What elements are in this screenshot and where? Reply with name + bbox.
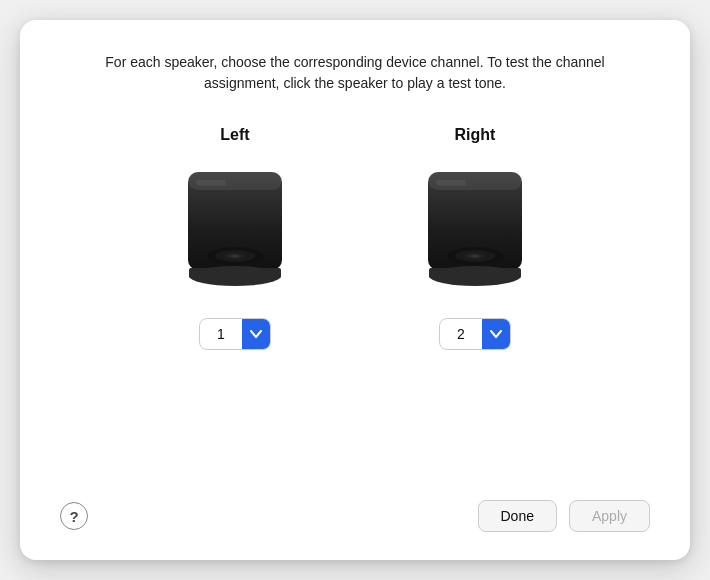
- right-channel-value: 2: [440, 326, 482, 342]
- action-buttons: Done Apply: [478, 500, 651, 532]
- svg-point-7: [231, 255, 239, 258]
- chevron-down-icon: [490, 330, 502, 338]
- left-speaker-icon[interactable]: [180, 168, 290, 298]
- svg-rect-8: [196, 180, 226, 186]
- apply-button[interactable]: Apply: [569, 500, 650, 532]
- right-speaker-icon[interactable]: [420, 168, 530, 298]
- left-channel-select[interactable]: 1: [199, 318, 271, 350]
- bottom-bar: ? Done Apply: [60, 484, 650, 532]
- instruction-text: For each speaker, choose the correspondi…: [95, 52, 615, 94]
- svg-rect-3: [189, 268, 281, 278]
- speakers-row: Left: [180, 126, 530, 484]
- left-channel-value: 1: [200, 326, 242, 342]
- svg-rect-12: [429, 268, 521, 278]
- left-speaker-label: Left: [220, 126, 249, 144]
- chevron-down-icon: [250, 330, 262, 338]
- left-speaker-col: Left: [180, 126, 290, 350]
- right-channel-select[interactable]: 2: [439, 318, 511, 350]
- right-speaker-col: Right 2: [420, 126, 530, 350]
- svg-rect-17: [436, 180, 466, 186]
- done-button[interactable]: Done: [478, 500, 557, 532]
- help-button[interactable]: ?: [60, 502, 88, 530]
- right-speaker-label: Right: [455, 126, 496, 144]
- right-channel-dropdown-btn[interactable]: [482, 318, 510, 350]
- left-channel-dropdown-btn[interactable]: [242, 318, 270, 350]
- svg-point-16: [471, 255, 479, 258]
- speaker-channel-dialog: For each speaker, choose the correspondi…: [20, 20, 690, 560]
